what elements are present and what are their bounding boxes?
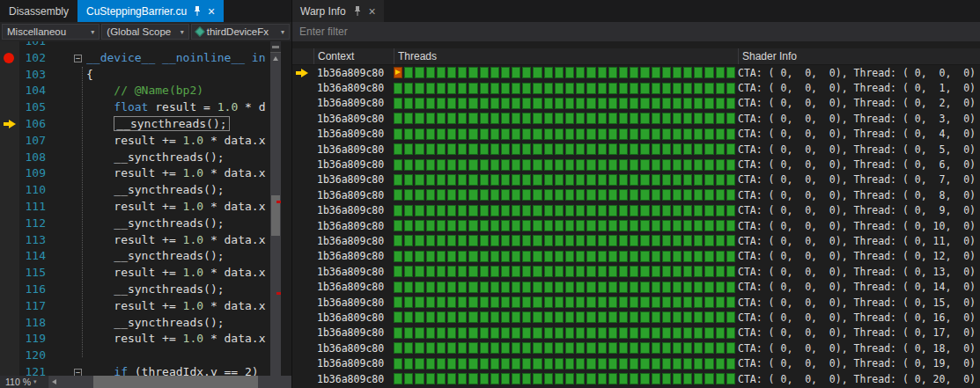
thread-cell[interactable]	[630, 296, 638, 308]
thread-cell[interactable]	[415, 296, 424, 308]
thread-cell[interactable]	[426, 235, 435, 246]
thread-cell[interactable]	[394, 143, 402, 155]
thread-cell[interactable]	[598, 159, 607, 171]
thread-cell[interactable]	[404, 327, 413, 339]
thread-cell[interactable]	[458, 83, 467, 94]
thread-cell[interactable]	[619, 358, 628, 370]
thread-cell[interactable]	[522, 174, 531, 186]
thread-cell[interactable]	[704, 311, 713, 323]
thread-cell[interactable]	[533, 266, 542, 277]
thread-cell[interactable]	[555, 220, 564, 231]
thread-cell[interactable]	[619, 98, 628, 109]
thread-cell[interactable]	[640, 358, 649, 370]
thread-cell[interactable]	[404, 113, 413, 124]
thread-cell[interactable]	[522, 98, 531, 109]
code-line[interactable]: 108 __syncthreads();	[0, 150, 291, 166]
thread-cell[interactable]	[598, 220, 607, 231]
thread-cell[interactable]	[662, 311, 671, 323]
thread-cell[interactable]	[533, 251, 542, 262]
thread-cell[interactable]	[640, 266, 649, 277]
thread-cell[interactable]	[533, 235, 542, 246]
thread-cell[interactable]	[426, 282, 435, 293]
thread-cell[interactable]	[490, 113, 499, 124]
thread-cell[interactable]	[394, 342, 402, 354]
breakpoint-icon[interactable]	[4, 53, 14, 63]
thread-cell[interactable]	[598, 143, 607, 155]
thread-cell[interactable]	[619, 327, 628, 339]
thread-cell[interactable]	[630, 235, 638, 246]
thread-cell[interactable]	[683, 83, 692, 94]
thread-cell[interactable]	[480, 235, 489, 246]
thread-cell[interactable]	[576, 113, 585, 124]
thread-cell[interactable]	[394, 296, 402, 308]
thread-cell[interactable]	[447, 174, 456, 186]
thread-cell[interactable]	[694, 266, 703, 277]
thread-cell[interactable]	[415, 220, 424, 231]
thread-cell[interactable]	[426, 251, 435, 262]
thread-cell[interactable]	[598, 174, 607, 186]
thread-cell[interactable]	[619, 235, 628, 246]
thread-cell[interactable]	[704, 143, 713, 155]
thread-cell[interactable]	[468, 174, 477, 186]
thread-cell[interactable]	[394, 251, 402, 262]
breakpoint-margin[interactable]	[0, 364, 19, 376]
thread-cell[interactable]	[512, 282, 520, 293]
thread-cell[interactable]	[404, 266, 413, 277]
thread-cell[interactable]	[480, 358, 489, 370]
thread-cell[interactable]	[522, 358, 531, 370]
code-line[interactable]: 115 result += 1.0 * data.x	[0, 265, 291, 282]
thread-cell[interactable]	[480, 327, 489, 339]
thread-cell[interactable]	[394, 327, 402, 339]
thread-cell[interactable]	[608, 266, 617, 277]
thread-cell[interactable]	[694, 235, 703, 246]
thread-cell[interactable]	[716, 189, 725, 201]
thread-cell[interactable]	[726, 373, 735, 384]
thread-cell[interactable]	[565, 373, 574, 384]
thread-cell[interactable]	[716, 113, 725, 124]
thread-cell[interactable]	[437, 296, 446, 308]
thread-cell[interactable]	[576, 296, 585, 308]
thread-cell[interactable]	[468, 251, 477, 262]
thread-cell[interactable]	[673, 83, 682, 94]
breakpoint-margin[interactable]	[0, 315, 19, 332]
thread-cell[interactable]	[555, 266, 564, 277]
thread-cell[interactable]	[437, 189, 446, 201]
thread-cell[interactable]	[415, 342, 424, 354]
thread-cell[interactable]	[565, 220, 574, 231]
thread-cell[interactable]	[555, 235, 564, 246]
thread-cell[interactable]	[726, 296, 735, 308]
thread-cell[interactable]	[662, 266, 671, 277]
thread-cell[interactable]	[555, 128, 564, 140]
warp-row[interactable]: 1b36a809c80CTA: ( 0, 0, 0), Thread: ( 0,…	[292, 233, 980, 248]
thread-cell[interactable]	[640, 83, 649, 94]
thread-cell[interactable]	[447, 113, 456, 124]
thread-cell[interactable]	[490, 251, 499, 262]
thread-cell[interactable]	[726, 266, 735, 277]
thread-cell[interactable]	[533, 358, 542, 370]
thread-cell[interactable]	[608, 174, 617, 186]
thread-cell[interactable]	[673, 220, 682, 231]
thread-cell[interactable]	[673, 327, 682, 339]
thread-cell[interactable]	[683, 358, 692, 370]
thread-cell[interactable]	[586, 311, 595, 323]
thread-cell[interactable]	[726, 342, 735, 354]
thread-cell[interactable]	[716, 205, 725, 216]
thread-cell[interactable]	[673, 235, 682, 246]
breakpoint-margin[interactable]	[0, 331, 19, 348]
thread-cell[interactable]	[662, 235, 671, 246]
thread-cell[interactable]	[522, 189, 531, 201]
thread-cell[interactable]	[533, 67, 542, 78]
thread-cell[interactable]	[565, 358, 574, 370]
thread-cell[interactable]	[437, 220, 446, 231]
thread-cell[interactable]	[652, 266, 660, 277]
thread-cell[interactable]	[704, 282, 713, 293]
thread-cell[interactable]	[512, 311, 520, 323]
warp-row[interactable]: 1b36a809c80CTA: ( 0, 0, 0), Thread: ( 0,…	[292, 326, 980, 340]
thread-cell[interactable]	[619, 266, 628, 277]
thread-cell[interactable]	[490, 282, 499, 293]
thread-cell[interactable]	[522, 342, 531, 354]
thread-cell[interactable]	[490, 83, 499, 94]
thread-cell[interactable]	[683, 98, 692, 109]
thread-cell[interactable]	[640, 220, 649, 231]
thread-cell[interactable]	[501, 296, 510, 308]
